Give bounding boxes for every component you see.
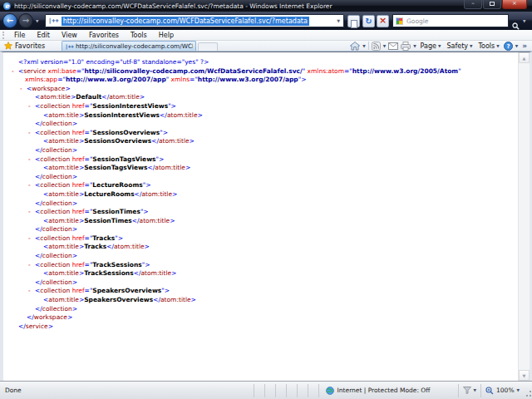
xml-token: href — [70, 181, 84, 189]
xml-token: href — [70, 129, 84, 136]
overflow-chevron-icon[interactable]: » — [520, 42, 529, 50]
ie-logo-icon: e — [3, 2, 11, 10]
collapse-toggle[interactable]: - — [20, 85, 27, 94]
xml-token: "> — [115, 234, 123, 242]
help-icon[interactable]: ? — [504, 42, 513, 51]
tab-active[interactable]: |++ http://siliconvalley-codecamp.com/WC… — [62, 41, 196, 51]
collapse-toggle[interactable]: - — [28, 181, 35, 190]
close-button[interactable]: × — [502, 0, 527, 9]
xml-token: =" — [85, 234, 93, 242]
xml-line: </collection> — [3, 252, 530, 261]
print-icon[interactable] — [401, 42, 411, 51]
xml-token: atom:title — [48, 269, 79, 277]
xml-token: collection — [42, 200, 72, 207]
menu-item-edit[interactable]: Edit — [31, 30, 56, 41]
xml-token: </ — [151, 137, 159, 145]
menu-grip-handle[interactable] — [2, 32, 5, 39]
scroll-down-button[interactable]: ▼ — [519, 370, 530, 381]
page-menu-button[interactable]: Page ▼ — [419, 42, 443, 50]
xml-token: > — [145, 243, 150, 250]
xml-line: </workspace> — [3, 313, 530, 323]
collapse-toggle[interactable]: - — [28, 155, 35, 165]
collapse-toggle[interactable]: - — [28, 129, 35, 138]
collapse-toggle[interactable]: - — [28, 234, 35, 244]
feed-icon[interactable] — [372, 42, 381, 51]
status-text: Done — [0, 387, 254, 394]
vertical-scrollbar[interactable]: ▲ ▼ — [518, 52, 530, 381]
forward-button[interactable]: → — [18, 13, 33, 28]
chevron-down-icon: ▼ — [438, 44, 441, 48]
tools-menu-button[interactable]: Tools ▼ — [477, 42, 501, 50]
safety-menu-label: Safety — [446, 42, 468, 50]
site-favicon-icon: |++ — [46, 17, 62, 24]
collapse-toggle[interactable]: - — [28, 102, 35, 111]
xml-token: atom:title — [48, 190, 79, 198]
collapse-toggle[interactable]: - — [28, 287, 35, 296]
xml-token: collection — [42, 305, 72, 313]
menu-item-help[interactable]: Help — [153, 30, 180, 41]
collapse-toggle[interactable]: - — [28, 208, 35, 217]
scroll-up-button[interactable]: ▲ — [519, 52, 530, 63]
xml-token: > — [172, 190, 177, 198]
stop-button[interactable]: × — [377, 15, 389, 27]
xml-token: </ — [147, 164, 155, 171]
xml-token: atom:title — [48, 137, 79, 145]
xml-token: xml:base — [46, 67, 76, 75]
minimize-button[interactable]: – — [464, 0, 482, 9]
xml-line: -<collection href="SessionTimes"> — [3, 208, 530, 217]
address-text-selected[interactable]: http://siliconvalley-codecamp.com/WCFDat… — [62, 17, 309, 26]
zoom-control[interactable]: 100% ▼ — [480, 384, 524, 397]
window-controls: – × — [463, 0, 527, 9]
collapse-toggle[interactable]: - — [28, 261, 35, 270]
xml-token: "> — [140, 208, 149, 215]
recent-pages-dropdown[interactable]: ▼ — [36, 19, 38, 23]
print-dropdown-icon[interactable]: ▼ — [413, 44, 416, 48]
home-icon[interactable] — [350, 42, 360, 51]
resize-grip[interactable] — [524, 384, 532, 397]
xml-line: </service> — [3, 323, 530, 332]
command-bar: ▼ ▼ ▼ Page ▼ Safety ▼ Tools ▼ ? ▼ » — [350, 42, 532, 51]
status-cell — [254, 384, 264, 397]
menu-item-view[interactable]: View — [56, 30, 83, 41]
xml-token: service — [26, 323, 48, 330]
xml-token: collection — [40, 129, 70, 136]
menu-item-file[interactable]: File — [8, 30, 31, 41]
xml-token: > — [65, 85, 70, 92]
help-dropdown-icon[interactable]: ▼ — [515, 44, 518, 48]
search-box[interactable]: Google — [392, 14, 509, 27]
menu-item-tools[interactable]: Tools — [125, 30, 153, 41]
back-button[interactable]: ← — [2, 13, 17, 28]
xml-token: =" — [57, 76, 66, 83]
address-dropdown-icon[interactable]: ▼ — [333, 18, 343, 23]
xml-token: href — [70, 287, 84, 294]
feed-dropdown-icon[interactable]: ▼ — [383, 44, 386, 48]
xml-token: atom:title — [160, 296, 191, 303]
xml-token: atom:title — [48, 243, 79, 250]
inprivate-filter-button[interactable]: ▼ — [458, 384, 480, 397]
read-mail-icon[interactable] — [388, 42, 398, 50]
safety-menu-button[interactable]: Safety ▼ — [445, 42, 474, 50]
maximize-button[interactable] — [483, 0, 501, 9]
xml-token: > — [48, 323, 53, 330]
xml-token: "> — [298, 76, 307, 83]
xml-token: collection — [42, 146, 72, 154]
home-dropdown-icon[interactable]: ▼ — [362, 44, 365, 48]
xml-token: workspace — [32, 85, 65, 92]
compatibility-view-button[interactable] — [347, 15, 360, 27]
xml-token: </ — [160, 111, 167, 119]
menu-item-favorites[interactable]: Favorites — [83, 30, 125, 41]
new-tab-button[interactable] — [198, 42, 218, 51]
refresh-button[interactable]: ↻ — [362, 15, 375, 27]
status-cell — [308, 384, 318, 397]
search-dropdown-icon[interactable]: ▼ — [523, 19, 525, 23]
xml-token: atom:title — [140, 269, 171, 277]
xml-token: =" — [85, 102, 93, 110]
xml-token: href — [70, 261, 84, 268]
xml-line: -<collection href="TrackSessions"> — [3, 261, 530, 270]
favorites-button[interactable]: Favorites — [0, 42, 50, 50]
address-bar[interactable]: |++ http://siliconvalley-codecamp.com/WC… — [45, 14, 344, 27]
xml-token: http://siliconvalley-codecamp.com/WcfDat… — [85, 67, 303, 75]
security-zone-indicator[interactable]: Internet | Protected Mode: Off — [318, 384, 458, 397]
collapse-toggle[interactable]: - — [12, 67, 18, 76]
xml-line: <?xml version="1.0" encoding="utf-8" sta… — [3, 58, 530, 67]
